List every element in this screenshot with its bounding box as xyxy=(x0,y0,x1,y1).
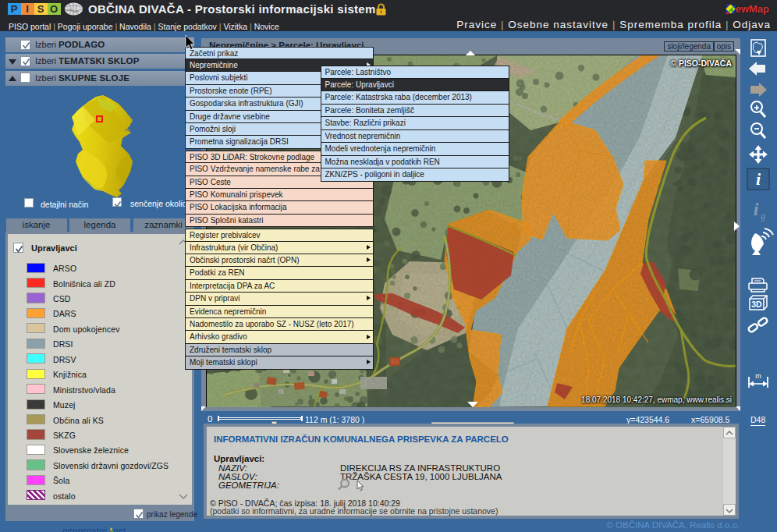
svg-text:i: i xyxy=(754,199,759,219)
svg-text:i: i xyxy=(756,169,761,189)
svg-text:3D: 3D xyxy=(751,300,762,309)
svg-text:g: g xyxy=(761,211,765,222)
svg-text:m: m xyxy=(755,372,761,380)
